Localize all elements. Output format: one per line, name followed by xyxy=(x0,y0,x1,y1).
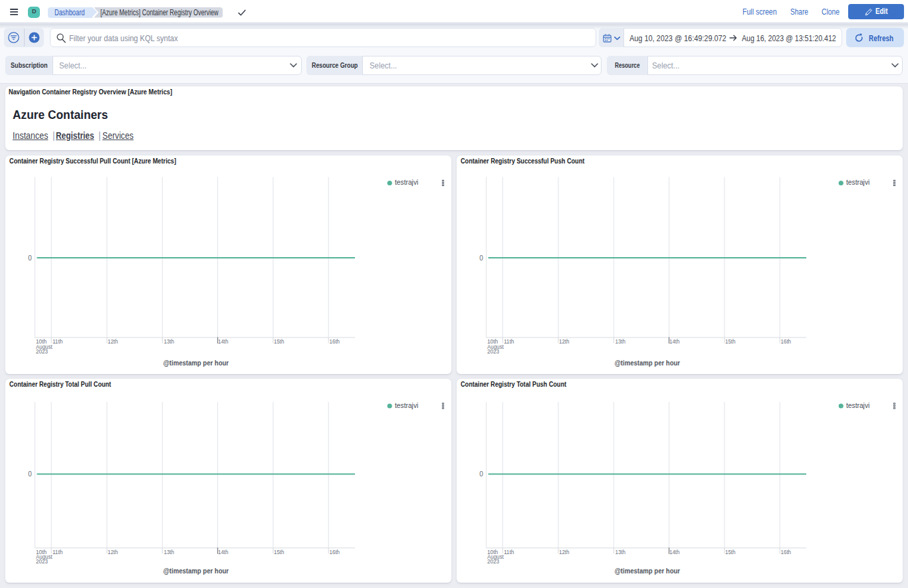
svg-text:2023: 2023 xyxy=(36,348,48,355)
svg-text:testrajvi: testrajvi xyxy=(395,177,418,186)
svg-text:16th: 16th xyxy=(330,338,340,345)
svg-text:11th: 11th xyxy=(504,548,514,555)
svg-text:15th: 15th xyxy=(725,338,735,345)
svg-text:13th: 13th xyxy=(164,548,174,555)
svg-text:13th: 13th xyxy=(616,338,625,345)
svg-text:@timestamp per hour: @timestamp per hour xyxy=(164,567,229,575)
svg-text:@timestamp per hour: @timestamp per hour xyxy=(615,359,681,367)
svg-text:14th: 14th xyxy=(669,338,679,345)
svg-text:13th: 13th xyxy=(164,338,174,345)
svg-text:12th: 12th xyxy=(559,338,569,345)
svg-text:0: 0 xyxy=(28,470,32,478)
svg-text:0: 0 xyxy=(28,254,32,262)
svg-text:15th: 15th xyxy=(725,548,735,555)
svg-text:16th: 16th xyxy=(781,338,791,345)
svg-text:12th: 12th xyxy=(108,548,118,555)
svg-text:12th: 12th xyxy=(108,338,118,345)
svg-text:14th: 14th xyxy=(669,548,679,555)
svg-text:12th: 12th xyxy=(559,548,569,555)
svg-text:14th: 14th xyxy=(218,338,228,345)
svg-text:14th: 14th xyxy=(218,548,228,555)
svg-text:2023: 2023 xyxy=(487,348,499,355)
svg-text:15th: 15th xyxy=(274,338,284,345)
svg-text:11th: 11th xyxy=(53,548,63,555)
svg-text:testrajvi: testrajvi xyxy=(395,400,418,409)
svg-text:16th: 16th xyxy=(781,548,791,555)
svg-text:testrajvi: testrajvi xyxy=(846,177,869,186)
svg-text:0: 0 xyxy=(479,254,483,262)
svg-text:0: 0 xyxy=(479,470,483,478)
svg-text:@timestamp per hour: @timestamp per hour xyxy=(164,359,229,367)
svg-text:testrajvi: testrajvi xyxy=(846,400,869,409)
svg-text:11th: 11th xyxy=(504,338,514,345)
svg-text:11th: 11th xyxy=(53,338,63,345)
svg-text:@timestamp per hour: @timestamp per hour xyxy=(615,567,681,575)
svg-text:2023: 2023 xyxy=(487,558,499,565)
svg-text:15th: 15th xyxy=(274,548,284,555)
svg-text:16th: 16th xyxy=(330,548,340,555)
svg-text:13th: 13th xyxy=(616,548,625,555)
svg-text:2023: 2023 xyxy=(36,558,48,565)
